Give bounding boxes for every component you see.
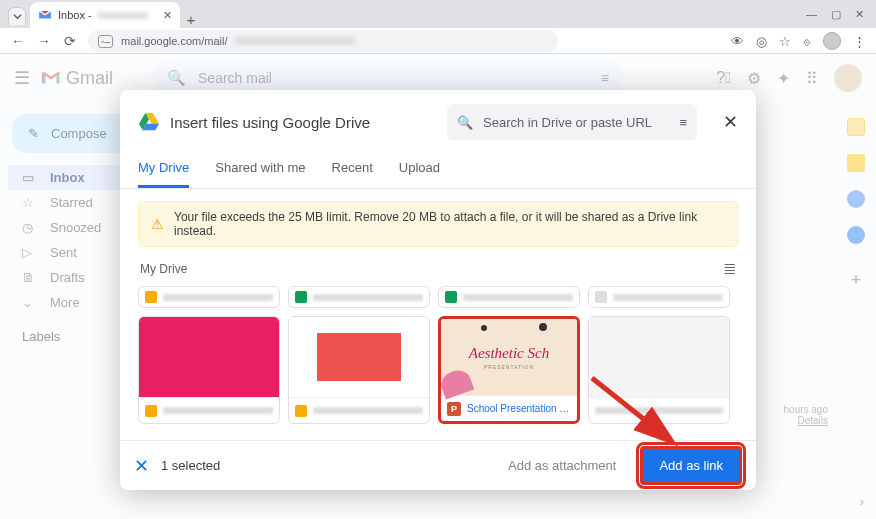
redacted — [463, 294, 573, 301]
selection-count: 1 selected — [161, 458, 220, 473]
folder-icon — [445, 291, 457, 303]
menu-icon[interactable]: ⋮ — [853, 34, 866, 49]
list-view-icon[interactable]: ≣ — [723, 259, 736, 278]
drive-picker-dialog: Insert files using Google Drive 🔍 Search… — [120, 90, 756, 490]
redacted — [163, 294, 273, 301]
slides-icon — [295, 405, 307, 417]
file-thumb — [139, 317, 279, 397]
folder-chip[interactable] — [138, 286, 280, 308]
window-controls: — ▢ ✕ — [806, 0, 876, 28]
forward-icon[interactable]: → — [36, 33, 52, 49]
tab-upload[interactable]: Upload — [399, 154, 440, 188]
tab-blur — [98, 12, 148, 19]
slides-icon — [145, 405, 157, 417]
tab-mydrive[interactable]: My Drive — [138, 154, 189, 188]
share-icon[interactable]: ◎ — [756, 34, 767, 49]
warning-icon: ⚠ — [151, 216, 164, 232]
close-dialog-icon[interactable]: ✕ — [723, 111, 738, 133]
browser-tab[interactable]: Inbox - ✕ — [30, 2, 180, 28]
minimize-icon[interactable]: — — [806, 8, 817, 20]
browser-toolbar: ← → ⟳ ◦– mail.google.com/mail/ 👁 ◎ ☆ ⟐ ⋮ — [0, 28, 876, 54]
eye-icon[interactable]: 👁 — [731, 34, 744, 49]
tab-shared[interactable]: Shared with me — [215, 154, 305, 188]
browser-chrome: Inbox - ✕ + — ▢ ✕ ← → ⟳ ◦– mail.google.c… — [0, 0, 876, 54]
redacted — [313, 294, 423, 301]
redacted — [613, 294, 723, 301]
folder-icon — [145, 291, 157, 303]
folder-chip[interactable] — [288, 286, 430, 308]
new-tab-button[interactable]: + — [180, 11, 202, 28]
file-thumb: Aesthetic Sch PRESENTATION — [441, 319, 577, 395]
slide-title: Aesthetic Sch — [469, 345, 549, 362]
tab-strip: Inbox - ✕ + — ▢ ✕ — [0, 0, 876, 28]
file-card[interactable] — [138, 316, 280, 424]
close-tab-icon[interactable]: ✕ — [163, 9, 172, 22]
breadcrumb: My Drive ≣ — [120, 255, 756, 282]
powerpoint-icon: P — [447, 402, 461, 416]
bookmark-icon[interactable]: ☆ — [779, 34, 791, 49]
file-grid: Aesthetic Sch PRESENTATION PSchool Prese… — [120, 282, 756, 428]
back-icon[interactable]: ← — [10, 33, 26, 49]
file-card-selected[interactable]: Aesthetic Sch PRESENTATION PSchool Prese… — [438, 316, 580, 424]
file-thumb — [589, 317, 729, 397]
url-text: mail.google.com/mail/ — [121, 35, 227, 47]
tune-icon[interactable]: ≡ — [679, 115, 687, 130]
site-info-icon[interactable]: ◦– — [98, 35, 113, 48]
extensions-icon[interactable]: ⟐ — [803, 34, 811, 49]
breadcrumb-text[interactable]: My Drive — [140, 262, 187, 276]
address-bar[interactable]: ◦– mail.google.com/mail/ — [88, 30, 558, 52]
search-icon: 🔍 — [457, 115, 473, 130]
gmail-favicon-icon — [38, 8, 52, 22]
url-blur — [235, 37, 355, 45]
warning-text: Your file exceeds the 25 MB limit. Remov… — [174, 210, 725, 238]
folder-icon — [295, 291, 307, 303]
folder-chip[interactable] — [588, 286, 730, 308]
tab-search-button[interactable] — [8, 7, 26, 25]
drive-logo-icon — [138, 112, 160, 132]
drive-search[interactable]: 🔍 Search in Drive or paste URL ≡ — [447, 104, 697, 140]
reload-icon[interactable]: ⟳ — [62, 33, 78, 49]
file-name: School Presentation … — [467, 403, 569, 414]
deselect-icon[interactable]: ✕ — [134, 455, 149, 477]
maximize-icon[interactable]: ▢ — [831, 8, 841, 21]
folder-icon — [595, 291, 607, 303]
redacted — [313, 407, 423, 414]
profile-avatar[interactable] — [823, 32, 841, 50]
redacted — [163, 407, 273, 414]
tab-recent[interactable]: Recent — [332, 154, 373, 188]
dialog-title: Insert files using Google Drive — [170, 114, 370, 131]
slide-sub: PRESENTATION — [484, 364, 534, 370]
size-warning-banner: ⚠ Your file exceeds the 25 MB limit. Rem… — [138, 201, 738, 247]
folder-chip[interactable] — [438, 286, 580, 308]
tab-title: Inbox - — [58, 9, 92, 21]
dialog-footer: ✕ 1 selected Add as attachment Add as li… — [120, 440, 756, 490]
add-as-link-button[interactable]: Add as link — [640, 446, 742, 485]
drive-search-placeholder: Search in Drive or paste URL — [483, 115, 652, 130]
dialog-header: Insert files using Google Drive 🔍 Search… — [120, 90, 756, 154]
add-attachment-button[interactable]: Add as attachment — [496, 450, 628, 481]
redacted — [595, 407, 723, 414]
file-card[interactable] — [288, 316, 430, 424]
file-thumb — [289, 317, 429, 397]
toolbar-actions: 👁 ◎ ☆ ⟐ ⋮ — [731, 32, 866, 50]
file-card[interactable] — [588, 316, 730, 424]
close-window-icon[interactable]: ✕ — [855, 8, 864, 21]
drive-tabs: My Drive Shared with me Recent Upload — [120, 154, 756, 189]
